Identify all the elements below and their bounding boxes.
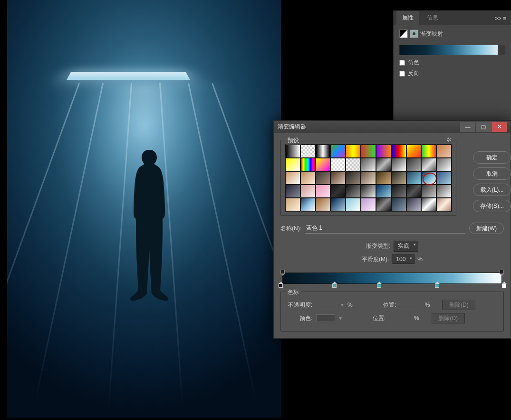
preset-swatch[interactable] [361, 198, 376, 211]
preset-swatch[interactable] [300, 171, 316, 185]
gear-icon[interactable]: ✲ [446, 137, 451, 143]
gradient-type-select[interactable]: 实底 [394, 241, 418, 252]
canvas [7, 0, 281, 418]
preset-swatch[interactable] [391, 145, 406, 158]
ok-button[interactable]: 确定 [473, 151, 511, 164]
preset-swatch[interactable] [421, 145, 436, 158]
gradient-type-row: 渐变类型: 实底 [280, 241, 504, 252]
preset-swatch[interactable] [361, 158, 376, 171]
tab-properties[interactable]: 属性 [396, 11, 419, 25]
preset-swatch[interactable] [376, 198, 391, 211]
preset-swatch[interactable] [316, 185, 331, 198]
preset-swatch[interactable] [346, 185, 361, 198]
color-stop[interactable] [502, 283, 506, 288]
preset-swatch[interactable] [361, 171, 376, 185]
opacity-label: 不透明度: [286, 301, 312, 309]
stops-label: 色标 [286, 288, 301, 296]
maximize-button[interactable]: ▢ [476, 122, 491, 132]
reverse-checkbox[interactable]: 反向 [394, 68, 511, 79]
panel-tabs: 属性 信息 >> ≡ [394, 10, 511, 25]
tab-info[interactable]: 信息 [421, 11, 444, 25]
position-input[interactable] [389, 314, 410, 323]
preset-swatch[interactable] [421, 171, 436, 185]
preset-swatch[interactable] [330, 198, 346, 211]
preset-swatch[interactable] [376, 145, 391, 158]
smoothness-label: 平滑度(M): [362, 255, 389, 264]
preset-swatch[interactable] [285, 145, 300, 158]
preset-swatch[interactable] [436, 198, 452, 211]
dialog-titlebar[interactable]: 渐变编辑器 — ▢ ✕ [274, 121, 511, 133]
preset-swatch[interactable] [346, 171, 361, 185]
preset-swatch[interactable] [421, 198, 436, 211]
cancel-button[interactable]: 取消 [473, 167, 511, 180]
color-swatch[interactable] [316, 314, 335, 322]
preset-swatch[interactable] [406, 185, 422, 198]
preset-swatch[interactable] [285, 198, 300, 211]
dither-checkbox[interactable]: 仿色 [394, 57, 511, 68]
gradient-bar[interactable] [282, 273, 502, 284]
opacity-input[interactable] [316, 301, 337, 310]
opacity-stop[interactable] [500, 270, 504, 274]
preset-swatch[interactable] [361, 145, 376, 158]
opacity-stop[interactable] [280, 270, 285, 274]
preset-swatch[interactable] [436, 158, 452, 171]
preset-swatch[interactable] [391, 171, 406, 185]
preset-swatch[interactable] [300, 158, 316, 171]
pct-label: % [417, 256, 423, 263]
preset-swatch[interactable] [391, 198, 406, 211]
preset-swatch[interactable] [330, 158, 346, 171]
preset-swatch[interactable] [421, 185, 436, 198]
preset-swatch[interactable] [330, 171, 346, 185]
new-button[interactable]: 新建(W) [469, 223, 504, 234]
preset-swatch[interactable] [285, 185, 300, 198]
preset-swatch[interactable] [391, 185, 406, 198]
preset-swatch[interactable] [300, 145, 316, 158]
preset-swatch[interactable] [346, 158, 361, 171]
name-input[interactable] [305, 224, 465, 234]
gradient-editor-dialog: 渐变编辑器 — ▢ ✕ 确定 取消 载入(L)... 存储(S)... 预设 ✲… [273, 120, 511, 339]
preset-swatch[interactable] [406, 171, 422, 185]
load-button[interactable]: 载入(L)... [473, 184, 511, 196]
preset-swatch[interactable] [406, 145, 422, 158]
panel-more[interactable]: >> ≡ [490, 12, 511, 25]
preset-swatch[interactable] [361, 185, 376, 198]
preset-swatch[interactable] [316, 145, 331, 158]
preset-swatch[interactable] [316, 158, 331, 171]
preset-swatch[interactable] [391, 158, 406, 171]
preset-swatch[interactable] [436, 185, 452, 198]
minimize-button[interactable]: — [460, 122, 475, 132]
preset-swatch[interactable] [300, 185, 316, 198]
preset-swatch[interactable] [316, 198, 331, 211]
preset-swatches-grid [285, 144, 452, 212]
preset-swatch[interactable] [330, 185, 346, 198]
color-stop[interactable] [435, 283, 439, 288]
preset-swatch[interactable] [436, 145, 452, 158]
color-stop[interactable] [279, 283, 283, 288]
color-label: 颜色: [286, 314, 312, 322]
adjustment-header: 渐变映射 [394, 25, 511, 43]
preset-swatch[interactable] [300, 198, 316, 211]
preset-swatch[interactable] [346, 145, 361, 158]
preset-swatch[interactable] [421, 158, 436, 171]
delete-color-button[interactable]: 删除(D) [432, 313, 465, 323]
preset-swatch[interactable] [285, 158, 300, 171]
preset-swatch[interactable] [376, 171, 391, 185]
preset-swatch[interactable] [346, 198, 361, 211]
preset-swatch[interactable] [316, 171, 331, 185]
gradient-preview-bar[interactable]: ▾ [399, 45, 505, 55]
color-stop[interactable] [377, 283, 381, 288]
color-stop[interactable] [332, 283, 337, 288]
close-button[interactable]: ✕ [492, 122, 507, 132]
delete-opacity-button[interactable]: 删除(D) [442, 300, 475, 310]
preset-swatch[interactable] [406, 198, 422, 211]
preset-swatch[interactable] [285, 171, 300, 185]
preset-swatch[interactable] [330, 145, 346, 158]
smoothness-input[interactable]: 100 [392, 254, 415, 264]
position-input[interactable] [400, 301, 421, 310]
preset-swatch[interactable] [376, 185, 391, 198]
dialog-side-buttons: 确定 取消 载入(L)... 存储(S)... [473, 151, 511, 212]
save-button[interactable]: 存储(S)... [473, 200, 511, 212]
preset-swatch[interactable] [376, 158, 391, 171]
preset-swatch[interactable] [436, 171, 452, 185]
preset-swatch[interactable] [406, 158, 422, 171]
